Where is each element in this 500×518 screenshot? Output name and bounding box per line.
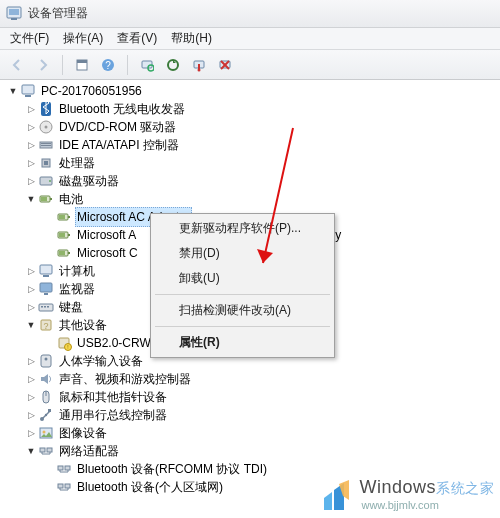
expand-icon[interactable]: ▷ <box>24 120 38 134</box>
menu-view[interactable]: 查看(V) <box>111 28 163 49</box>
tree-category[interactable]: ▷IDE ATA/ATAPI 控制器 <box>0 136 500 154</box>
ctx-separator <box>155 294 330 295</box>
collapse-icon[interactable]: ▼ <box>24 444 38 458</box>
tree-item-label: Microsoft C <box>75 243 140 263</box>
tree-spacer <box>42 480 56 494</box>
tree-device[interactable]: Bluetooth 设备(个人区域网) <box>0 478 500 496</box>
tree-root[interactable]: ▼PC-201706051956 <box>0 82 500 100</box>
svg-rect-32 <box>59 215 65 219</box>
ctx-scan-hardware[interactable]: 扫描检测硬件改动(A) <box>153 298 332 323</box>
toolbar-help-button[interactable]: ? <box>97 54 119 76</box>
svg-rect-45 <box>44 306 46 308</box>
expand-icon[interactable]: ▷ <box>24 264 38 278</box>
tree-category[interactable]: ▼电池 <box>0 190 500 208</box>
disc-icon <box>38 119 54 135</box>
collapse-icon[interactable]: ▼ <box>6 84 20 98</box>
tree-category[interactable]: ▷Bluetooth 无线电收发器 <box>0 100 500 118</box>
svg-rect-31 <box>68 216 70 218</box>
toolbar-scan-hardware-button[interactable] <box>136 54 158 76</box>
tree-category[interactable]: ▷声音、视频和游戏控制器 <box>0 370 500 388</box>
hid-icon <box>38 353 54 369</box>
ctx-disable[interactable]: 禁用(D) <box>153 241 332 266</box>
tree-item-label: 磁盘驱动器 <box>57 171 121 191</box>
battery-icon <box>56 227 72 243</box>
tree-category[interactable]: ▷DVD/CD-ROM 驱动器 <box>0 118 500 136</box>
expand-icon[interactable]: ▷ <box>24 408 38 422</box>
svg-rect-29 <box>41 197 47 201</box>
expand-icon[interactable]: ▷ <box>24 174 38 188</box>
tree-item-label: 声音、视频和游戏控制器 <box>57 369 193 389</box>
tree-category[interactable]: ▼网络适配器 <box>0 442 500 460</box>
expand-icon[interactable]: ▷ <box>24 138 38 152</box>
tree-category[interactable]: ▷鼠标和其他指针设备 <box>0 388 500 406</box>
tree-item-label: 处理器 <box>57 153 97 173</box>
expand-icon[interactable]: ▷ <box>24 102 38 116</box>
toolbar-properties-button[interactable] <box>71 54 93 76</box>
mouse-icon <box>38 389 54 405</box>
tree-item-label: 键盘 <box>57 297 85 317</box>
tree-device[interactable]: Bluetooth 设备(RFCOMM 协议 TDI) <box>0 460 500 478</box>
svg-rect-44 <box>41 306 43 308</box>
expand-icon[interactable]: ▷ <box>24 156 38 170</box>
computer-icon <box>38 263 54 279</box>
expand-icon[interactable]: ▷ <box>24 354 38 368</box>
battery-icon <box>56 245 72 261</box>
tree-category[interactable]: ▷磁盘驱动器 <box>0 172 500 190</box>
svg-rect-16 <box>25 95 31 97</box>
svg-text:!: ! <box>67 344 68 350</box>
svg-point-58 <box>45 414 47 416</box>
tree-item-label: Bluetooth 设备(个人区域网) <box>75 477 225 497</box>
svg-point-11 <box>198 68 201 71</box>
svg-rect-61 <box>40 448 45 452</box>
menu-file[interactable]: 文件(F) <box>4 28 55 49</box>
other-icon: ? <box>38 317 54 333</box>
expand-icon[interactable]: ▷ <box>24 390 38 404</box>
svg-rect-40 <box>43 275 49 277</box>
ctx-update-driver[interactable]: 更新驱动程序软件(P)... <box>153 216 332 241</box>
ctx-properties[interactable]: 属性(R) <box>153 330 332 355</box>
toolbar-disable-button[interactable] <box>188 54 210 76</box>
expand-icon[interactable]: ▷ <box>24 300 38 314</box>
ctx-uninstall[interactable]: 卸载(U) <box>153 266 332 291</box>
toolbar-uninstall-button[interactable] <box>214 54 236 76</box>
svg-point-60 <box>43 431 46 434</box>
toolbar-update-driver-button[interactable] <box>162 54 184 76</box>
expand-icon[interactable]: ▷ <box>24 426 38 440</box>
svg-rect-35 <box>59 233 65 237</box>
context-menu: 更新驱动程序软件(P)... 禁用(D) 卸载(U) 扫描检测硬件改动(A) 属… <box>150 213 335 358</box>
tree-item-label: DVD/CD-ROM 驱动器 <box>57 117 178 137</box>
network-icon <box>56 479 72 495</box>
tree-item-label: PC-201706051956 <box>39 81 144 101</box>
svg-rect-52 <box>41 355 51 367</box>
disk-icon <box>38 173 54 189</box>
svg-point-19 <box>45 126 48 129</box>
window-title: 设备管理器 <box>28 5 88 22</box>
menu-action[interactable]: 操作(A) <box>57 28 109 49</box>
svg-rect-21 <box>41 143 51 144</box>
titlebar: 设备管理器 <box>0 0 500 28</box>
svg-rect-22 <box>41 145 51 146</box>
expand-icon[interactable]: ▷ <box>24 282 38 296</box>
tree-item-label: 电池 <box>57 189 85 209</box>
svg-rect-57 <box>48 409 51 412</box>
menu-help[interactable]: 帮助(H) <box>165 28 218 49</box>
tree-category[interactable]: ▷通用串行总线控制器 <box>0 406 500 424</box>
tree-category[interactable]: ▷处理器 <box>0 154 500 172</box>
collapse-icon[interactable]: ▼ <box>24 318 38 332</box>
nav-back-button <box>6 54 28 76</box>
pc-icon <box>20 83 36 99</box>
monitor-icon <box>38 281 54 297</box>
tree-spacer <box>42 210 56 224</box>
svg-rect-64 <box>65 466 70 470</box>
tree-category[interactable]: ▷图像设备 <box>0 424 500 442</box>
collapse-icon[interactable]: ▼ <box>24 192 38 206</box>
battery-icon <box>56 209 72 225</box>
svg-rect-65 <box>58 484 63 488</box>
svg-rect-1 <box>9 9 19 15</box>
unknown-icon: ! <box>56 335 72 351</box>
svg-rect-41 <box>40 283 52 292</box>
cpu-icon <box>38 155 54 171</box>
tree-item-label: 鼠标和其他指针设备 <box>57 387 169 407</box>
expand-icon[interactable]: ▷ <box>24 372 38 386</box>
nav-forward-button <box>32 54 54 76</box>
